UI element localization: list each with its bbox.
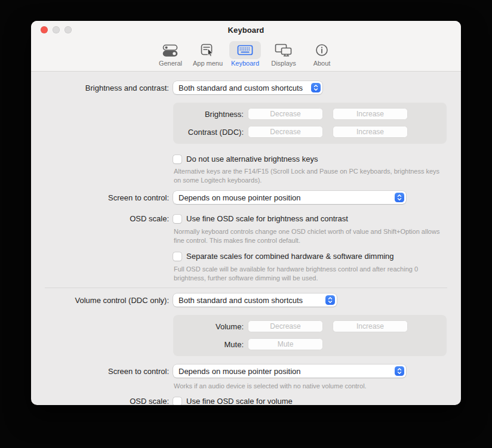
separate-scales-help-text: Full OSD scale will be available for har… [174,265,444,283]
brightness-shortcut-row: Brightness: Decrease Increase [173,108,447,120]
toolbar: General App menu [31,39,461,72]
brightness-contrast-label: Brightness and contrast: [31,84,169,92]
brightness-shortcut-panel: Brightness: Decrease Increase Contrast (… [173,103,447,144]
preferences-window: Keyboard General [31,21,461,405]
volume-osd-scale-label: OSD scale: [31,397,169,405]
brightness-increase-recorder[interactable]: Increase [333,108,408,120]
displays-icon [267,41,300,59]
separate-scales-checkbox-label: Separate scales for combined hardware & … [186,252,394,261]
popup-stepper-icon [325,295,335,305]
tab-general[interactable]: General [155,41,186,67]
screen-to-control-popup[interactable]: Depends on mouse pointer position [173,191,406,204]
volume-shortcuts-popup[interactable]: Both standard and custom shortcuts [173,293,337,307]
close-button[interactable] [41,26,48,33]
popup-stepper-icon [395,366,404,376]
screen-to-control-row: Screen to control: Depends on mouse poin… [31,191,461,204]
brightness-decrease-recorder[interactable]: Decrease [248,108,323,120]
osd-scale-row: OSD scale: Use fine OSD scale for bright… [31,214,461,223]
volume-osd-scale-row: OSD scale: Use fine OSD scale for volume [31,397,461,405]
tab-about-label: About [313,60,331,67]
brightness-shortcuts-popup[interactable]: Both standard and custom shortcuts [173,81,322,94]
keyboard-icon [229,41,261,59]
volume-screen-help-text: Works if an audio device is selected wit… [174,382,461,391]
traffic-lights [41,26,72,33]
brightness-shortcuts-popup-value: Both standard and custom shortcuts [179,84,303,92]
keyboard-pane: Brightness and contrast: Both standard a… [31,72,461,405]
volume-screen-to-control-row: Screen to control: Depends on mouse poin… [31,364,461,378]
tab-app-menu[interactable]: App menu [192,41,223,67]
alt-keys-row: Do not use alternative brightness keys [173,155,461,163]
contrast-shortcut-row: Contrast (DDC): Decrease Increase [173,126,447,138]
screen-to-control-label: Screen to control: [31,193,169,202]
volume-control-label: Volume control (DDC only): [31,296,169,305]
volume-screen-to-control-label: Screen to control: [31,367,169,376]
tab-keyboard[interactable]: Keyboard [229,41,261,67]
zoom-button[interactable] [64,26,72,33]
tab-about[interactable]: About [306,41,337,67]
popup-stepper-icon [395,193,404,202]
tab-displays-label: Displays [271,60,296,67]
popup-stepper-icon [311,83,321,92]
volume-fine-osd-checkbox[interactable] [173,397,182,406]
minimize-button[interactable] [53,26,60,33]
volume-fine-osd-checkbox-label: Use fine OSD scale for volume [186,397,293,405]
menu-document-icon [192,41,223,59]
mute-recorder[interactable]: Mute [248,338,323,350]
alt-keys-help-text: Alternative keys are the F14/F15 (Scroll… [174,167,441,185]
brightness-label: Brightness: [173,110,244,119]
volume-control-row: Volume control (DDC only): Both standard… [31,293,461,307]
separate-scales-checkbox[interactable] [173,252,182,261]
tab-displays[interactable]: Displays [267,41,300,67]
fine-osd-checkbox-label: Use fine OSD scale for brightness and co… [186,214,348,223]
volume-shortcut-row: Volume: Decrease Increase [173,320,447,332]
volume-shortcuts-popup-value: Both standard and custom shortcuts [179,296,303,305]
separate-scales-row: Separate scales for combined hardware & … [173,252,461,261]
brightness-contrast-row: Brightness and contrast: Both standard a… [31,81,461,94]
volume-increase-recorder[interactable]: Increase [333,320,408,332]
section-divider [45,288,447,288]
window-title: Keyboard [228,26,265,35]
mute-shortcut-row: Mute: Mute [173,338,447,350]
contrast-decrease-recorder[interactable]: Decrease [248,126,323,138]
toggles-icon [155,41,186,59]
screen-to-control-popup-value: Depends on mouse pointer position [179,193,301,202]
alt-keys-checkbox-label: Do not use alternative brightness keys [186,155,318,163]
tab-keyboard-label: Keyboard [231,60,259,67]
mute-label: Mute: [173,340,244,349]
volume-shortcut-panel: Volume: Decrease Increase Mute: Mute [173,315,447,356]
alt-keys-checkbox[interactable] [173,155,182,163]
tab-app-menu-label: App menu [193,60,223,67]
osd-scale-label: OSD scale: [31,214,169,223]
volume-decrease-recorder[interactable]: Decrease [248,320,323,332]
fine-osd-help-text: Normally keyboard controls change one OS… [174,227,450,245]
tab-general-label: General [159,60,182,67]
fine-osd-checkbox[interactable] [173,215,182,223]
contrast-label: Contrast (DDC): [173,128,244,137]
volume-label: Volume: [173,322,244,331]
info-icon [306,41,337,59]
titlebar: Keyboard [31,21,461,39]
volume-screen-to-control-popup[interactable]: Depends on mouse pointer position [173,364,406,378]
volume-screen-to-control-popup-value: Depends on mouse pointer position [179,367,301,376]
contrast-increase-recorder[interactable]: Increase [333,126,408,138]
